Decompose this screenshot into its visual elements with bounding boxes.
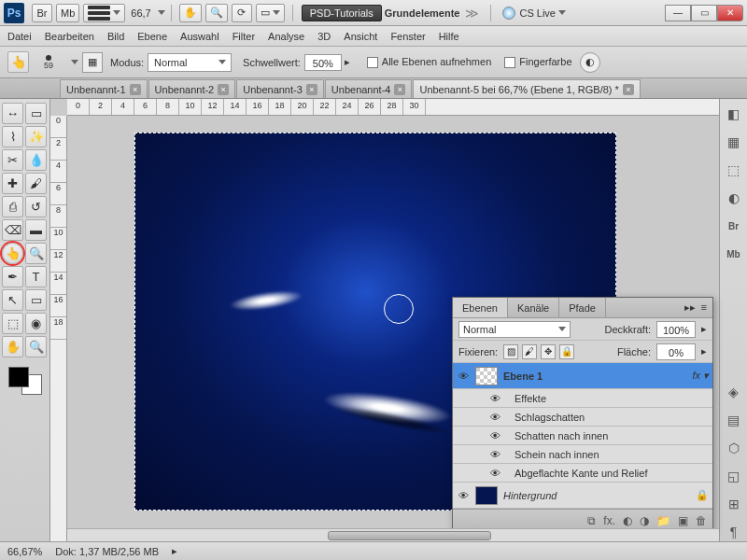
- layers-panel-icon[interactable]: ◱: [725, 467, 743, 485]
- effect-schlagschatten[interactable]: 👁Schlagschatten: [453, 408, 712, 427]
- fill-slider-icon[interactable]: ▸: [701, 345, 707, 357]
- zoom-value[interactable]: 66,7: [131, 7, 150, 19]
- tab-unbenannt-4[interactable]: Unbenannt-4×: [325, 79, 413, 98]
- link-layers-icon[interactable]: ⧉: [587, 514, 596, 527]
- layer-thumbnail[interactable]: [475, 486, 498, 505]
- scrollbar-thumb[interactable]: [328, 531, 491, 540]
- lock-all-button[interactable]: 🔒: [559, 344, 574, 359]
- panel-menu-icon[interactable]: ≡: [701, 301, 707, 314]
- fill-input[interactable]: 0%: [656, 343, 696, 360]
- layer-thumbnail[interactable]: [475, 367, 498, 385]
- opacity-slider-icon[interactable]: ▸: [701, 323, 707, 335]
- menu-fenster[interactable]: Fenster: [390, 31, 425, 42]
- menu-analyse[interactable]: Analyse: [268, 31, 304, 42]
- workspace-more-icon[interactable]: ≫: [465, 6, 479, 21]
- brush-panel-toggle[interactable]: ▦: [82, 52, 103, 73]
- effect-schein-innen[interactable]: 👁Schein nach innen: [453, 445, 712, 464]
- channels-panel-icon[interactable]: ⊞: [725, 495, 743, 513]
- visibility-icon[interactable]: 👁: [457, 490, 470, 501]
- workspace-grund[interactable]: Grundelemente: [385, 7, 460, 19]
- smudge-tool[interactable]: 👆: [2, 243, 23, 264]
- shape-tool[interactable]: ▭: [25, 289, 47, 311]
- screen-mode-button[interactable]: ▭: [256, 4, 285, 22]
- close-icon[interactable]: ×: [394, 84, 405, 95]
- lock-position-button[interactable]: ✥: [541, 344, 556, 359]
- pen-tool[interactable]: ✒: [2, 266, 23, 287]
- schwellwert-picker-icon[interactable]: ▸: [345, 56, 350, 68]
- layer-name[interactable]: Ebene 1: [503, 371, 543, 382]
- opacity-input[interactable]: 100%: [656, 321, 696, 338]
- tab-unbenannt-5[interactable]: Unbenannt-5 bei 66,7% (Ebene 1, RGB/8) *…: [413, 79, 640, 98]
- paragraph-panel-icon[interactable]: ¶: [725, 523, 743, 541]
- layer-style-icon[interactable]: fx.: [603, 514, 615, 527]
- hand-button[interactable]: ✋: [179, 4, 202, 22]
- color-swatches[interactable]: [7, 365, 44, 397]
- layer-hintergrund[interactable]: 👁 Hintergrund 🔒: [453, 483, 712, 509]
- layer-ebene-1[interactable]: 👁 Ebene 1 fx ▾: [453, 363, 712, 389]
- status-menu-icon[interactable]: ▸: [172, 545, 177, 557]
- brush-tool[interactable]: 🖌: [25, 173, 47, 194]
- workspace-psdtut[interactable]: PSD-Tutorials: [302, 5, 382, 21]
- tab-channels[interactable]: Kanäle: [508, 298, 559, 317]
- brush-dropdown-icon[interactable]: [71, 60, 78, 64]
- marquee-tool[interactable]: ▭: [25, 103, 47, 124]
- delete-layer-icon[interactable]: 🗑: [696, 514, 707, 527]
- menu-datei[interactable]: Datei: [7, 31, 32, 42]
- close-icon[interactable]: ×: [218, 84, 229, 95]
- actions-panel-icon[interactable]: ▤: [725, 411, 743, 429]
- tablet-pressure-icon[interactable]: ◐: [580, 52, 600, 73]
- paths-panel-icon[interactable]: ⬡: [725, 439, 743, 457]
- layer-group-icon[interactable]: 📁: [656, 514, 670, 527]
- minimize-button[interactable]: —: [665, 5, 691, 21]
- menu-bild[interactable]: Bild: [107, 31, 124, 42]
- fx-badge[interactable]: fx ▾: [692, 370, 709, 382]
- status-zoom[interactable]: 66,67%: [7, 546, 42, 557]
- fingerfarbe-checkbox[interactable]: Fingerfarbe: [504, 56, 571, 68]
- mb-panel-icon[interactable]: Mb: [725, 245, 743, 263]
- rotate-view-button[interactable]: ⟳: [232, 4, 252, 22]
- tab-paths[interactable]: Pfade: [559, 298, 606, 317]
- status-doc-size[interactable]: Dok: 1,37 MB/2,56 MB: [55, 546, 159, 557]
- adjustments-panel-icon[interactable]: ◐: [725, 189, 743, 207]
- maximize-button[interactable]: ▭: [691, 5, 717, 21]
- history-panel-icon[interactable]: ◈: [725, 383, 743, 401]
- wand-tool[interactable]: ✨: [25, 126, 47, 147]
- layer-effects-header[interactable]: 👁Effekte: [453, 389, 712, 408]
- menu-hilfe[interactable]: Hilfe: [439, 31, 459, 42]
- stamp-tool[interactable]: ⎙: [2, 196, 23, 217]
- visibility-icon[interactable]: 👁: [488, 393, 501, 404]
- visibility-icon[interactable]: 👁: [488, 449, 501, 460]
- eyedropper-tool[interactable]: 💧: [25, 149, 47, 171]
- zoom-dropdown-icon[interactable]: [158, 10, 165, 15]
- menu-bearbeiten[interactable]: Bearbeiten: [45, 31, 94, 42]
- close-icon[interactable]: ×: [306, 84, 317, 95]
- adjustment-layer-icon[interactable]: ◑: [640, 514, 649, 527]
- panel-collapse-icon[interactable]: ▸▸: [684, 301, 696, 314]
- healing-tool[interactable]: ✚: [2, 173, 23, 194]
- horizontal-scrollbar[interactable]: [67, 528, 719, 541]
- menu-ebene[interactable]: Ebene: [137, 31, 167, 42]
- modus-select[interactable]: Normal: [148, 53, 232, 72]
- effect-kante-relief[interactable]: 👁Abgeflachte Kante und Relief: [453, 464, 712, 483]
- tab-unbenannt-1[interactable]: Unbenannt-1×: [60, 79, 148, 98]
- lock-transparency-button[interactable]: ▨: [503, 344, 518, 359]
- path-tool[interactable]: ↖: [2, 289, 23, 311]
- color-panel-icon[interactable]: ◧: [725, 105, 743, 123]
- ruler-horizontal[interactable]: 024681012141618202224262830: [67, 99, 719, 116]
- close-button[interactable]: ✕: [717, 5, 743, 21]
- ruler-vertical[interactable]: 024681012141618: [50, 116, 67, 541]
- tab-unbenannt-3[interactable]: Unbenannt-3×: [236, 79, 324, 98]
- gradient-tool[interactable]: ▬: [25, 219, 47, 241]
- close-icon[interactable]: ×: [130, 84, 141, 95]
- arrange-button[interactable]: [83, 4, 125, 22]
- tab-unbenannt-2[interactable]: Unbenannt-2×: [148, 79, 236, 98]
- schwellwert-input[interactable]: 50%: [304, 54, 342, 71]
- br-panel-icon[interactable]: Br: [725, 217, 743, 235]
- lock-pixels-button[interactable]: 🖌: [522, 344, 537, 359]
- lasso-tool[interactable]: ⌇: [2, 126, 23, 147]
- crop-tool[interactable]: ✂: [2, 149, 23, 171]
- visibility-icon[interactable]: 👁: [488, 412, 501, 423]
- blend-mode-select[interactable]: Normal: [458, 321, 571, 338]
- layer-mask-icon[interactable]: ◐: [623, 514, 632, 527]
- visibility-icon[interactable]: 👁: [488, 468, 501, 479]
